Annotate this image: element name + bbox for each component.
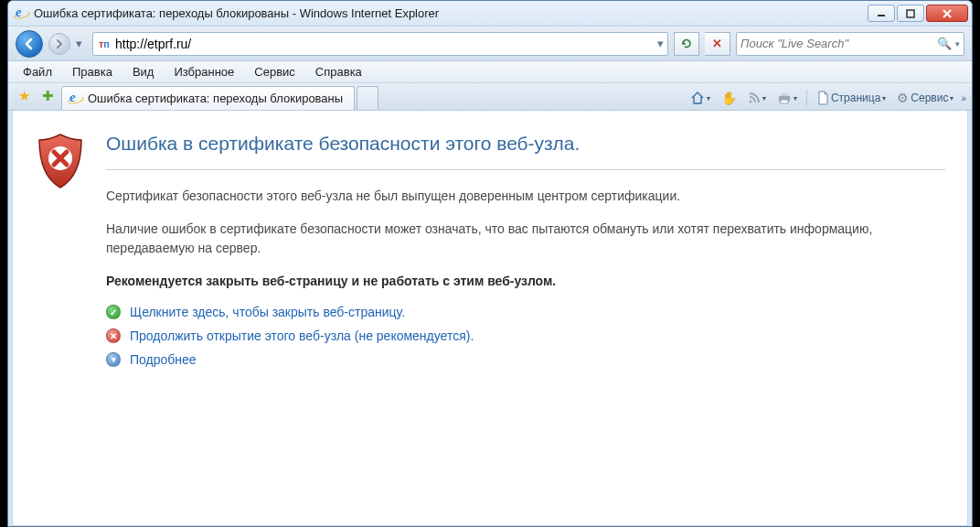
navigation-bar: ▾ тп ▾ ✕ 🔍 ▾: [8, 27, 972, 61]
command-bar-overflow[interactable]: »: [961, 93, 966, 103]
menu-help[interactable]: Справка: [306, 63, 371, 81]
tab-row: ★ ✚ Ошибка сертификата: переходы блокиро…: [8, 83, 972, 111]
feeds-button[interactable]: ▾: [744, 90, 770, 106]
back-button[interactable]: [16, 30, 43, 58]
printer-icon: [777, 91, 792, 104]
divider: [106, 169, 945, 170]
menu-view[interactable]: Вид: [123, 63, 164, 81]
search-icon[interactable]: 🔍: [933, 37, 955, 50]
continue-link[interactable]: Продолжить открытие этого веб-узла (не р…: [130, 328, 474, 343]
search-input[interactable]: [740, 37, 933, 50]
print-button[interactable]: ▾: [773, 90, 801, 106]
minimize-icon: [877, 9, 886, 18]
title-bar: Ошибка сертификата: переходы блокированы…: [8, 1, 972, 27]
maximize-icon: [906, 9, 915, 18]
home-button[interactable]: ▾: [687, 89, 714, 107]
hand-tool-button[interactable]: ✋: [718, 89, 740, 107]
svg-point-4: [749, 101, 751, 103]
tools-menu-label: Сервис: [911, 91, 948, 104]
page-menu[interactable]: Страница ▾: [813, 89, 889, 107]
rss-icon: [748, 91, 761, 104]
menu-edit[interactable]: Правка: [63, 63, 122, 81]
more-info-link[interactable]: Подробнее: [130, 352, 197, 367]
svg-rect-7: [781, 100, 788, 103]
home-icon: [690, 91, 705, 105]
more-info-action: ▾ Подробнее: [106, 352, 945, 367]
site-favicon: тп: [97, 37, 112, 51]
shield-error-icon: [35, 133, 86, 189]
window-buttons: [868, 5, 968, 22]
content-area: Ошибка в сертификате безопасности этого …: [12, 111, 968, 526]
separator: [806, 90, 807, 106]
tab-title: Ошибка сертификата: переходы блокированы: [88, 91, 343, 105]
new-tab-button[interactable]: [357, 86, 378, 110]
warning-x-icon: ✕: [106, 328, 121, 343]
maximize-button[interactable]: [897, 5, 924, 22]
error-line-2: Наличие ошибок в сертификате безопасност…: [106, 220, 945, 257]
forward-button[interactable]: [48, 33, 70, 55]
url-input[interactable]: [115, 37, 654, 51]
close-icon: [942, 8, 953, 19]
refresh-button[interactable]: [674, 32, 699, 56]
menu-file[interactable]: Файл: [14, 63, 61, 81]
error-line-1: Сертификат безопасности этого веб-узла н…: [106, 187, 945, 205]
address-bar: тп ▾: [92, 32, 668, 56]
continue-action: ✕ Продолжить открытие этого веб-узла (не…: [106, 328, 945, 343]
menu-bar: Файл Правка Вид Избранное Сервис Справка: [8, 61, 972, 83]
address-dropdown-icon[interactable]: ▾: [657, 37, 664, 50]
menu-favorites[interactable]: Избранное: [165, 63, 243, 81]
search-box: 🔍 ▾: [736, 32, 964, 56]
cert-error-page: Ошибка в сертификате безопасности этого …: [13, 111, 967, 525]
search-dropdown-icon[interactable]: ▾: [955, 39, 960, 48]
error-recommendation: Рекомендуется закрыть веб-страницу и не …: [106, 272, 945, 290]
page-icon: [816, 91, 829, 105]
favorites-center-button[interactable]: ★: [14, 86, 34, 106]
tools-menu[interactable]: ⚙ Сервис ▾: [893, 89, 957, 107]
checkmark-icon: ✓: [106, 305, 121, 319]
tab-favicon: [68, 91, 82, 106]
arrow-right-icon: [54, 38, 65, 49]
hand-icon: ✋: [721, 91, 737, 105]
close-button[interactable]: [926, 5, 968, 22]
svg-rect-1: [907, 10, 914, 17]
ie-icon: [14, 6, 28, 21]
ie-window: Ошибка сертификата: переходы блокированы…: [7, 0, 973, 527]
close-page-link[interactable]: Щелкните здесь, чтобы закрыть веб-страни…: [130, 305, 405, 319]
minimize-button[interactable]: [868, 5, 895, 22]
error-heading: Ошибка в сертификате безопасности этого …: [106, 133, 945, 155]
stop-button[interactable]: ✕: [705, 32, 730, 56]
svg-rect-6: [781, 93, 788, 96]
browser-tab[interactable]: Ошибка сертификата: переходы блокированы: [61, 86, 355, 110]
arrow-left-icon: [23, 38, 36, 50]
refresh-icon: [680, 38, 693, 50]
window-title: Ошибка сертификата: переходы блокированы…: [34, 6, 868, 20]
gear-icon: ⚙: [897, 91, 909, 105]
add-favorite-button[interactable]: ✚: [37, 86, 58, 106]
command-bar: ▾ ✋ ▾ ▾ Страница ▾ ⚙ Сервис ▾: [687, 89, 966, 107]
close-page-action: ✓ Щелкните здесь, чтобы закрыть веб-стра…: [106, 305, 945, 319]
nav-history-dropdown[interactable]: ▾: [76, 37, 87, 50]
error-body: Ошибка в сертификате безопасности этого …: [106, 133, 945, 376]
menu-tools[interactable]: Сервис: [245, 63, 304, 81]
chevron-down-icon: ▾: [106, 352, 121, 367]
page-menu-label: Страница: [831, 91, 880, 104]
